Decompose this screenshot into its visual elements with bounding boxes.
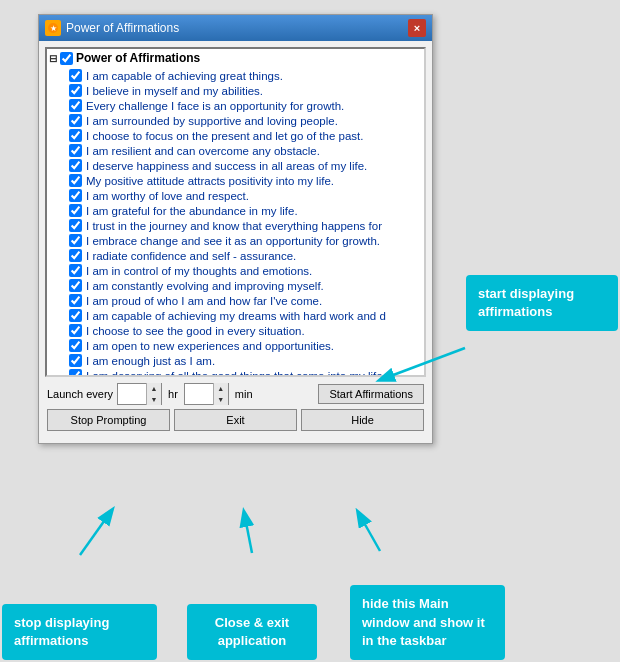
svg-text:★: ★ (50, 24, 57, 33)
callout-start-text: start displaying affirmations (478, 286, 574, 319)
tree-item-label: I am enough just as I am. (86, 355, 215, 367)
callout-start: start displaying affirmations (466, 275, 618, 331)
tree-item: I am grateful for the abundance in my li… (49, 203, 422, 218)
tree-item: I am in control of my thoughts and emoti… (49, 263, 422, 278)
tree-item: I radiate confidence and self - assuranc… (49, 248, 422, 263)
tree-item-label: I embrace change and see it as an opport… (86, 235, 380, 247)
checkbox-item-10[interactable] (69, 219, 82, 232)
checkbox-item-0[interactable] (69, 69, 82, 82)
tree-item: I believe in myself and my abilities. (49, 83, 422, 98)
svg-line-3 (244, 512, 252, 553)
tree-item-label: I am deserving of all the good things th… (86, 370, 383, 378)
checkbox-item-9[interactable] (69, 204, 82, 217)
tree-item-label: I trust in the journey and know that eve… (86, 220, 382, 232)
callout-hide: hide this Main window and show it in the… (350, 585, 505, 660)
title-bar: ★ Power of Affirmations × (39, 15, 432, 41)
checkbox-item-18[interactable] (69, 339, 82, 352)
tree-item: I am proud of who I am and how far I've … (49, 293, 422, 308)
min-unit: min (233, 388, 255, 400)
expand-icon: ⊟ (49, 53, 57, 64)
callout-hide-text: hide this Main window and show it in the… (362, 596, 485, 647)
min-up-btn[interactable]: ▲ (214, 383, 228, 394)
exit-button[interactable]: Exit (174, 409, 297, 431)
tree-item: I am constantly evolving and improving m… (49, 278, 422, 293)
tree-item-label: I am open to new experiences and opportu… (86, 340, 334, 352)
tree-item-label: I am in control of my thoughts and emoti… (86, 265, 312, 277)
hr-down-btn[interactable]: ▼ (147, 394, 161, 405)
tree-item: I deserve happiness and success in all a… (49, 158, 422, 173)
hr-unit: hr (166, 388, 180, 400)
tree-item: I am surrounded by supportive and loving… (49, 113, 422, 128)
checkbox-item-16[interactable] (69, 309, 82, 322)
callout-close-text: Close & exit application (215, 615, 289, 648)
stop-prompting-button[interactable]: Stop Prompting (47, 409, 170, 431)
tree-item: I am open to new experiences and opportu… (49, 338, 422, 353)
checkbox-item-6[interactable] (69, 159, 82, 172)
tree-item: I choose to see the good in every situat… (49, 323, 422, 338)
tree-item-label: I am resilient and can overcome any obst… (86, 145, 320, 157)
checkbox-item-15[interactable] (69, 294, 82, 307)
tree-items-list: I am capable of achieving great things.I… (49, 68, 422, 377)
title-bar-left: ★ Power of Affirmations (45, 20, 179, 36)
tree-item-label: I am capable of achieving great things. (86, 70, 283, 82)
tree-item: I am resilient and can overcome any obst… (49, 143, 422, 158)
callout-close: Close & exit application (187, 604, 317, 660)
tree-item-label: I am surrounded by supportive and loving… (86, 115, 338, 127)
checkbox-item-12[interactable] (69, 249, 82, 262)
callout-stop: stop displaying affirmations (2, 604, 157, 660)
tree-item-label: I deserve happiness and success in all a… (86, 160, 367, 172)
tree-item-label: I am worthy of love and respect. (86, 190, 249, 202)
checkbox-item-5[interactable] (69, 144, 82, 157)
tree-item: I choose to focus on the present and let… (49, 128, 422, 143)
affirmations-tree[interactable]: ⊟ Power of Affirmations I am capable of … (45, 47, 426, 377)
tree-item-label: My positive attitude attracts positivity… (86, 175, 334, 187)
window-close-button[interactable]: × (408, 19, 426, 37)
checkbox-item-13[interactable] (69, 264, 82, 277)
checkbox-item-3[interactable] (69, 114, 82, 127)
tree-item: I trust in the journey and know that eve… (49, 218, 422, 233)
main-window: ★ Power of Affirmations × ⊟ Power of Aff… (38, 14, 433, 444)
tree-item: My positive attitude attracts positivity… (49, 173, 422, 188)
svg-line-2 (80, 510, 112, 555)
checkbox-item-14[interactable] (69, 279, 82, 292)
checkbox-item-11[interactable] (69, 234, 82, 247)
tree-item-label: I choose to see the good in every situat… (86, 325, 305, 337)
min-spinner[interactable]: 15 ▲ ▼ (184, 383, 229, 405)
start-affirmations-button[interactable]: Start Affirmations (318, 384, 424, 404)
tree-item-label: I am capable of achieving my dreams with… (86, 310, 386, 322)
tree-item: I embrace change and see it as an opport… (49, 233, 422, 248)
checkbox-item-20[interactable] (69, 369, 82, 377)
checkbox-item-17[interactable] (69, 324, 82, 337)
tree-root: ⊟ Power of Affirmations (49, 51, 422, 65)
callout-stop-text: stop displaying affirmations (14, 615, 109, 648)
tree-item-label: I am grateful for the abundance in my li… (86, 205, 298, 217)
tree-item-label: I choose to focus on the present and let… (86, 130, 363, 142)
tree-item: I am deserving of all the good things th… (49, 368, 422, 377)
checkbox-item-8[interactable] (69, 189, 82, 202)
min-input[interactable]: 15 (185, 384, 213, 404)
hr-arrows: ▲ ▼ (146, 383, 161, 405)
tree-item: I am capable of achieving great things. (49, 68, 422, 83)
svg-line-4 (358, 512, 380, 551)
tree-item: I am capable of achieving my dreams with… (49, 308, 422, 323)
tree-item-label: I believe in myself and my abilities. (86, 85, 263, 97)
launch-label: Launch every (47, 388, 113, 400)
min-arrows: ▲ ▼ (213, 383, 228, 405)
hr-input[interactable]: 1 (118, 384, 146, 404)
tree-item: I am worthy of love and respect. (49, 188, 422, 203)
checkbox-item-4[interactable] (69, 129, 82, 142)
tree-item: I am enough just as I am. (49, 353, 422, 368)
launch-row: Launch every 1 ▲ ▼ hr 15 ▲ ▼ min Start A… (45, 377, 426, 409)
window-body: ⊟ Power of Affirmations I am capable of … (39, 41, 432, 443)
hide-button[interactable]: Hide (301, 409, 424, 431)
tree-item-label: I radiate confidence and self - assuranc… (86, 250, 296, 262)
min-down-btn[interactable]: ▼ (214, 394, 228, 405)
root-checkbox[interactable] (60, 52, 73, 65)
checkbox-item-19[interactable] (69, 354, 82, 367)
checkbox-item-1[interactable] (69, 84, 82, 97)
hr-up-btn[interactable]: ▲ (147, 383, 161, 394)
checkbox-item-7[interactable] (69, 174, 82, 187)
checkbox-item-2[interactable] (69, 99, 82, 112)
hr-spinner[interactable]: 1 ▲ ▼ (117, 383, 162, 405)
app-icon: ★ (45, 20, 61, 36)
